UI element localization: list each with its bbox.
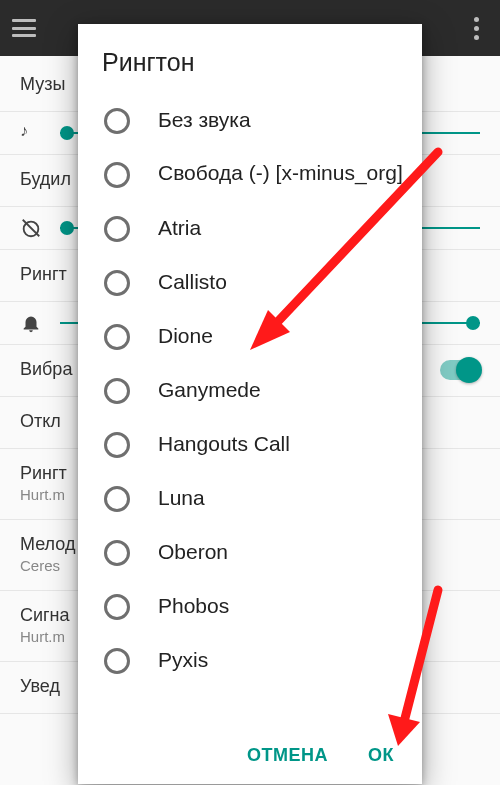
dialog-title: Рингтон xyxy=(78,24,422,93)
option-label: Callisto xyxy=(158,269,227,295)
ringtone-option[interactable]: Pyxis xyxy=(94,633,422,687)
option-label: Hangouts Call xyxy=(158,431,290,457)
overflow-icon[interactable] xyxy=(464,17,488,40)
ringtone-option[interactable]: Oberon xyxy=(94,525,422,579)
option-label: Без звука xyxy=(158,107,251,133)
radio-icon[interactable] xyxy=(104,486,130,512)
radio-icon[interactable] xyxy=(104,648,130,674)
music-note-icon: ♪ xyxy=(20,122,42,144)
ringtone-option[interactable]: Ganymede xyxy=(94,363,422,417)
option-label: Luna xyxy=(158,485,205,511)
ringtone-option[interactable]: Hangouts Call xyxy=(94,417,422,471)
radio-icon[interactable] xyxy=(104,270,130,296)
ringtone-dialog: Рингтон Без звука Свобода (-) [x-minus_o… xyxy=(78,24,422,784)
option-label: Atria xyxy=(158,215,201,241)
alarm-off-icon xyxy=(20,217,42,239)
radio-icon[interactable] xyxy=(104,432,130,458)
ringtone-option[interactable]: Phobos xyxy=(94,579,422,633)
radio-icon[interactable] xyxy=(104,216,130,242)
radio-icon[interactable] xyxy=(104,324,130,350)
radio-icon[interactable] xyxy=(104,594,130,620)
radio-icon[interactable] xyxy=(104,378,130,404)
toggle-switch[interactable] xyxy=(440,360,480,380)
option-label: Pyxis xyxy=(158,647,208,673)
menu-icon[interactable] xyxy=(12,19,36,37)
ringtone-option[interactable]: Luna xyxy=(94,471,422,525)
bell-icon xyxy=(20,312,42,334)
ringtone-option[interactable]: Dione xyxy=(94,309,422,363)
radio-icon[interactable] xyxy=(104,108,130,134)
option-label: Ganymede xyxy=(158,377,261,403)
option-label: Phobos xyxy=(158,593,229,619)
ringtone-option[interactable]: Callisto xyxy=(94,255,422,309)
option-label: Dione xyxy=(158,323,213,349)
radio-icon[interactable] xyxy=(104,162,130,188)
ringtone-option-list: Без звука Свобода (-) [x-minus_org] Atri… xyxy=(78,93,422,731)
ringtone-option[interactable]: Atria xyxy=(94,201,422,255)
ringtone-option[interactable]: Без звука xyxy=(94,93,422,147)
dialog-actions: ОТМЕНА ОК xyxy=(78,731,422,784)
option-label: Свобода (-) [x-minus_org] xyxy=(158,160,403,186)
radio-icon[interactable] xyxy=(104,540,130,566)
ok-button[interactable]: ОК xyxy=(368,745,394,766)
ringtone-option[interactable]: Свобода (-) [x-minus_org] xyxy=(94,147,422,201)
option-label: Oberon xyxy=(158,539,228,565)
setting-label: Вибра xyxy=(20,359,72,380)
cancel-button[interactable]: ОТМЕНА xyxy=(247,745,328,766)
